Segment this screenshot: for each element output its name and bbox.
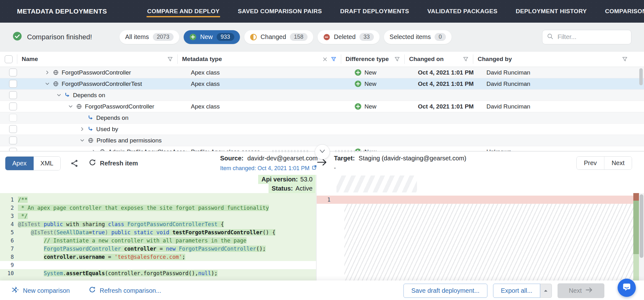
new-icon: [354, 69, 362, 76]
prev-button[interactable]: Prev: [577, 157, 604, 169]
changed-by-value: David Runciman: [486, 103, 530, 110]
row-checkbox[interactable]: [9, 136, 17, 144]
caret-up-icon: [544, 288, 548, 293]
select-all-checkbox-cell: [0, 54, 17, 64]
tab-xml[interactable]: XML: [34, 157, 60, 170]
select-all-checkbox[interactable]: [5, 55, 13, 63]
export-options-caret[interactable]: [540, 284, 552, 298]
filter-pill-selected-items[interactable]: Selected items0: [384, 30, 452, 44]
table-row[interactable]: Used by: [0, 124, 644, 135]
row-checkbox-cell: [0, 80, 26, 88]
panel-splitter[interactable]: [0, 151, 644, 152]
share-icon[interactable]: [70, 159, 79, 168]
export-all-button[interactable]: Export all...: [493, 284, 540, 298]
row-changed-on: Oct 4, 2021 1:01 PM: [414, 69, 482, 76]
refresh-comparison-button[interactable]: Refresh comparison...: [89, 286, 161, 295]
metadata-type-value: Apex class: [191, 69, 220, 76]
row-checkbox[interactable]: [9, 69, 17, 76]
changed-icon: [250, 34, 257, 41]
row-difference-type: New: [350, 103, 414, 110]
filter-pill-new[interactable]: New933: [184, 30, 240, 44]
next-item-button[interactable]: Next: [604, 157, 632, 169]
clear-filter-icon[interactable]: [322, 57, 328, 62]
diff-overview-gutter[interactable]: [633, 193, 639, 281]
next-step-button[interactable]: Next: [558, 283, 604, 298]
row-checkbox[interactable]: [9, 125, 17, 133]
filter-pill-label: New: [200, 33, 213, 41]
column-label: Difference type: [346, 56, 389, 63]
nav-item-deployment-history[interactable]: DEPLOYMENT HISTORY: [516, 5, 587, 18]
filter-pill-changed[interactable]: Changed158: [244, 30, 313, 44]
nav-item-saved-comparison-pairs[interactable]: SAVED COMPARISON PAIRS: [238, 5, 322, 18]
chevron-right-icon[interactable]: [80, 127, 85, 131]
search-icon: [547, 33, 554, 41]
row-checkbox[interactable]: [9, 103, 17, 110]
code-content: System.assertEquals(controller.forgotPas…: [18, 269, 316, 277]
filter-funnel-icon[interactable]: [394, 56, 400, 62]
chevron-right-icon[interactable]: [45, 70, 50, 75]
table-row[interactable]: ForgotPasswordControllerApex classNewOct…: [0, 67, 644, 78]
filter-pill-all-items[interactable]: All items2073: [119, 30, 179, 44]
apex-class-icon: [99, 149, 105, 151]
table-row[interactable]: ForgotPasswordControllerTestApex classNe…: [0, 78, 644, 90]
row-name-cell: ForgotPasswordController: [26, 103, 186, 110]
top-nav: METADATA DEPLOYMENTS COMPARE AND DEPLOYS…: [0, 0, 644, 23]
view-tabs: Apex XML: [5, 156, 61, 170]
nav-item-comparison-history[interactable]: COMPARISON HISTORY: [605, 5, 644, 18]
dependency-icon: [88, 115, 93, 121]
metadata-type-value: Apex class: [191, 81, 220, 87]
api-version-value: 53.0: [300, 176, 313, 183]
row-name-cell: Used by: [26, 126, 186, 133]
table-row[interactable]: Depends on: [0, 112, 644, 124]
code-line: 6 // Instantiate a new controller with a…: [0, 236, 316, 245]
row-name-cell: Profiles and permissions: [26, 137, 186, 144]
chevron-down-icon[interactable]: [68, 104, 73, 109]
save-draft-button[interactable]: Save draft deployment...: [403, 284, 487, 298]
filter-funnel-icon-active[interactable]: [331, 56, 336, 62]
refresh-item-button[interactable]: Refresh item: [89, 159, 138, 168]
splitter-dots: [335, 150, 372, 152]
chevron-down-icon[interactable]: [57, 93, 62, 97]
dependency-icon: [88, 126, 93, 132]
code-line: 5 @IsTest(SeeAllData=true) public static…: [0, 228, 316, 236]
row-checkbox[interactable]: [9, 114, 17, 122]
item-info-row: Api version:53.0 Status:Active: [0, 175, 644, 193]
nav-item-compare-and-deploy[interactable]: COMPARE AND DEPLOY: [147, 5, 219, 18]
nav-item-validated-packages[interactable]: VALIDATED PACKAGES: [427, 5, 497, 18]
line-number: 6: [0, 236, 18, 245]
row-changed-by: David Runciman: [482, 103, 644, 110]
table-scrollbar[interactable]: [639, 68, 643, 85]
api-version-label: Api version:: [261, 176, 298, 183]
table-row[interactable]: ForgotPasswordControllerApex classNewOct…: [0, 101, 644, 112]
row-checkbox[interactable]: [9, 148, 17, 151]
filter-funnel-icon[interactable]: [463, 56, 469, 62]
row-checkbox-cell: [0, 69, 26, 76]
row-checkbox-cell: [0, 103, 26, 110]
filter-pill-deleted[interactable]: Deleted33: [318, 30, 380, 44]
arrow-right-icon: [586, 287, 593, 295]
collapse-panel-handle[interactable]: [315, 144, 330, 159]
tab-apex[interactable]: Apex: [5, 157, 34, 170]
chevron-down-icon[interactable]: [45, 81, 50, 86]
chevron-down-icon[interactable]: [80, 138, 85, 143]
new-comparison-button[interactable]: New comparison: [11, 286, 70, 295]
filter-funnel-icon[interactable]: [167, 56, 173, 62]
row-checkbox[interactable]: [9, 91, 17, 99]
apex-class-icon: [88, 137, 94, 143]
filter-pills: All items2073New933Changed158Deleted33Se…: [119, 30, 452, 44]
column-header-name: Name: [17, 54, 178, 64]
filter-input[interactable]: [557, 33, 627, 41]
code-scrollbar[interactable]: [639, 193, 644, 281]
item-changed-link[interactable]: Item changed: Oct 4, 2021 1:01 PM: [220, 165, 318, 172]
nav-item-draft-deployments[interactable]: DRAFT DEPLOYMENTS: [340, 5, 409, 18]
chat-bubble-button[interactable]: [618, 279, 636, 297]
filter-pill-label: Deleted: [334, 33, 356, 41]
row-checkbox[interactable]: [9, 80, 17, 88]
metadata-type-value: Apex class: [191, 103, 220, 110]
code-content: controller.username = 'test@salesforce.c…: [18, 253, 316, 261]
filter-pill-count: 933: [217, 33, 234, 41]
table-row[interactable]: Depends on: [0, 90, 644, 101]
filter-funnel-icon[interactable]: [622, 56, 628, 62]
splitter-dots: [272, 150, 309, 152]
code-line: 3 */: [0, 212, 316, 220]
